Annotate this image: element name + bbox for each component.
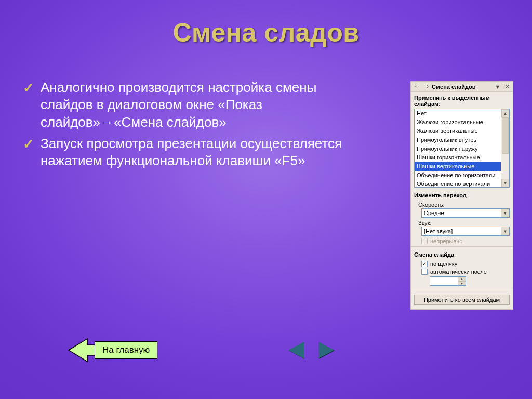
apply-to-label: Применить к выделенным слайдам: (411, 92, 513, 109)
advance-heading: Смена слайда (411, 249, 513, 259)
scroll-down-icon[interactable]: ▼ (501, 179, 509, 187)
delay-input[interactable] (430, 277, 458, 285)
bullet-text: Аналогично производится настройка смены … (41, 79, 357, 131)
list-item-selected[interactable]: Шашки вертикальные (415, 162, 501, 171)
sound-value: [Нет звука] (422, 228, 501, 234)
back-icon[interactable]: ⇦ (413, 83, 420, 90)
checkmark-icon: ✓ (23, 135, 34, 153)
loop-label: непрерывно (430, 238, 462, 244)
close-icon[interactable]: ✕ (503, 83, 511, 90)
speed-label: Скорость: (414, 202, 510, 208)
home-link[interactable]: На главную (68, 338, 157, 363)
list-item[interactable]: Нет (415, 109, 501, 118)
divider (411, 246, 513, 247)
spin-up-icon[interactable]: ▲ (458, 277, 466, 282)
slide-transition-panel: ⇦ ⇨ Смена слайдов ▼ ✕ Применить к выделе… (410, 81, 513, 310)
home-label: На главную (95, 341, 157, 359)
on-click-label: по щелчку (430, 261, 457, 267)
list-item[interactable]: Объединение по горизонтали (415, 171, 501, 180)
on-click-checkbox[interactable] (421, 261, 428, 267)
list-item[interactable]: Прямоугольник наружу (415, 144, 501, 153)
content-body: ✓ Аналогично производится настройка смен… (41, 79, 357, 174)
bullet-text: Запуск просмотра презентации осуществляе… (41, 135, 357, 170)
delay-spinner[interactable]: ▲ ▼ (430, 276, 466, 286)
panel-header: ⇦ ⇨ Смена слайдов ▼ ✕ (411, 82, 513, 92)
scrollbar[interactable]: ▲ ▼ (501, 109, 509, 187)
forward-icon[interactable]: ⇨ (422, 83, 430, 90)
chevron-down-icon[interactable]: ▼ (501, 209, 509, 217)
speed-value: Средне (422, 210, 501, 216)
scroll-up-icon[interactable]: ▲ (501, 109, 509, 117)
bullet-item: ✓ Аналогично производится настройка смен… (41, 79, 357, 131)
next-slide-button[interactable] (318, 342, 334, 358)
auto-after-checkbox[interactable] (421, 269, 428, 275)
nav-arrows (288, 342, 334, 358)
left-arrow-icon (68, 338, 97, 363)
spin-down-icon[interactable]: ▼ (458, 282, 466, 286)
divider (411, 290, 513, 290)
dropdown-icon[interactable]: ▼ (494, 83, 501, 90)
list-inner: Нет Жалюзи горизонтальные Жалюзи вертика… (415, 109, 501, 187)
apply-to-all-button[interactable]: Применить ко всем слайдам (414, 295, 510, 305)
bullet-item: ✓ Запуск просмотра презентации осуществл… (41, 135, 357, 170)
list-item[interactable]: Прямоугольник внутрь (415, 136, 501, 144)
loop-checkbox (421, 238, 428, 244)
chevron-down-icon[interactable]: ▼ (501, 227, 509, 235)
list-item[interactable]: Шашки горизонтальные (415, 153, 501, 162)
transition-listbox[interactable]: Нет Жалюзи горизонтальные Жалюзи вертика… (414, 109, 510, 188)
auto-after-label: автоматически после (430, 269, 487, 275)
speed-dropdown[interactable]: Средне ▼ (421, 208, 510, 218)
list-item[interactable]: Жалюзи горизонтальные (415, 118, 501, 127)
checkmark-icon: ✓ (23, 79, 34, 97)
panel-title: Смена слайдов (432, 84, 492, 90)
list-item[interactable]: Объединение по вертикали (415, 180, 501, 187)
page-title: Смена сладов (0, 18, 532, 48)
sound-label: Звук: (414, 220, 510, 226)
svg-marker-0 (69, 339, 96, 362)
list-item[interactable]: Жалюзи вертикальные (415, 127, 501, 136)
transition-heading: Изменить переход (411, 190, 513, 200)
scroll-thumb[interactable] (502, 117, 509, 154)
prev-slide-button[interactable] (288, 342, 304, 358)
scroll-track[interactable] (501, 117, 509, 179)
sound-dropdown[interactable]: [Нет звука] ▼ (421, 227, 510, 236)
